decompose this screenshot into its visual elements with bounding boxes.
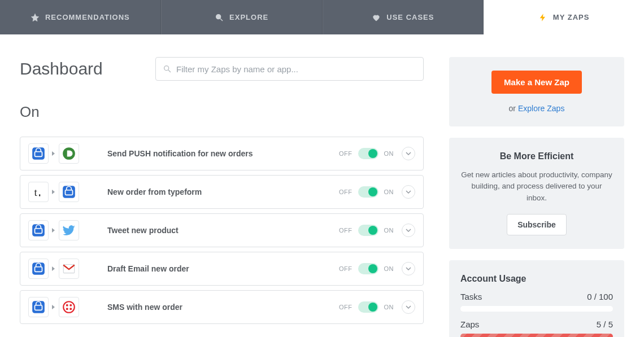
svg-point-21	[66, 308, 68, 310]
toggle-off-label: OFF	[339, 150, 353, 157]
tab-my-zaps[interactable]: MY ZAPS	[484, 0, 644, 34]
app-vendhq-icon	[59, 182, 79, 202]
svg-rect-4	[32, 147, 45, 160]
zap-row: Draft Email new orderOFFON	[20, 252, 424, 286]
app-twilio-icon	[59, 297, 79, 317]
usage-zaps-label: Zaps	[460, 320, 479, 329]
app-vendhq-icon	[28, 259, 49, 279]
svg-line-3	[168, 70, 171, 72]
side-column: Make a New Zap or Explore Zaps Be More E…	[449, 57, 624, 337]
usage-zaps-bar	[460, 334, 613, 337]
svg-point-2	[164, 66, 169, 71]
usage-panel: Account Usage Tasks 0 / 100 Zaps 5 / 5	[449, 260, 624, 337]
tab-use-cases[interactable]: USE CASES	[323, 0, 484, 34]
zap-menu-button[interactable]	[402, 300, 415, 314]
svg-rect-16	[32, 301, 45, 313]
explore-zaps-link[interactable]: Explore Zaps	[518, 104, 564, 113]
app-vendhq-icon	[28, 220, 49, 240]
svg-text:t: t	[34, 186, 37, 198]
zap-toggle[interactable]	[358, 225, 378, 236]
tab-recommendations[interactable]: RECOMMENDATIONS	[0, 0, 161, 34]
svg-rect-9	[63, 186, 75, 198]
toggle-off-label: OFF	[339, 227, 353, 234]
tab-label: RECOMMENDATIONS	[45, 13, 130, 21]
zap-row: Tweet new productOFFON	[20, 213, 424, 247]
svg-point-19	[66, 304, 68, 307]
filter-input[interactable]	[176, 64, 416, 74]
arrow-icon	[51, 302, 56, 312]
toggle-off-label: OFF	[339, 189, 353, 195]
svg-point-20	[69, 304, 72, 307]
zap-toggle[interactable]	[358, 186, 378, 198]
app-vendhq-icon	[28, 143, 49, 164]
usage-title: Account Usage	[460, 274, 613, 284]
star-icon	[31, 13, 40, 22]
zap-menu-button[interactable]	[402, 147, 415, 160]
svg-point-0	[216, 14, 221, 19]
subscribe-button[interactable]: Subscribe	[507, 214, 567, 235]
efficient-title: Be More Efficient	[460, 151, 613, 161]
filter-wrapper[interactable]	[155, 57, 424, 81]
cta-panel: Make a New Zap or Explore Zaps	[449, 57, 624, 126]
tab-label: MY ZAPS	[553, 13, 590, 21]
toggle-on-label: ON	[384, 304, 394, 310]
zap-name: New order from typeform	[107, 187, 339, 196]
search-icon	[215, 13, 224, 22]
svg-rect-11	[32, 224, 45, 237]
svg-rect-8	[39, 194, 40, 196]
app-gmail-icon	[59, 259, 79, 279]
search-icon	[163, 64, 172, 73]
arrow-icon	[51, 187, 56, 197]
zap-menu-button[interactable]	[402, 262, 415, 275]
toggle-on-label: ON	[384, 227, 394, 234]
efficient-panel: Be More Efficient Get new articles about…	[449, 138, 624, 249]
zap-toggle[interactable]	[358, 263, 378, 274]
svg-rect-13	[32, 262, 45, 275]
tab-label: EXPLORE	[229, 13, 268, 21]
main-column: Dashboard On Send PUSH notification for …	[20, 57, 424, 337]
usage-tasks-label: Tasks	[460, 292, 482, 301]
heart-icon	[372, 13, 381, 22]
app-pushbullet-icon	[59, 143, 79, 164]
cta-or: or Explore Zaps	[460, 104, 613, 113]
toggle-on-label: ON	[384, 189, 394, 195]
zap-name: Send PUSH notification for new orders	[107, 149, 339, 158]
make-new-zap-button[interactable]: Make a New Zap	[491, 71, 582, 94]
efficient-body: Get new articles about productivity, com…	[460, 169, 613, 204]
bolt-icon	[538, 13, 547, 22]
zap-list: Send PUSH notification for new ordersOFF…	[20, 137, 424, 324]
app-twitter-icon	[59, 220, 79, 240]
usage-tasks-bar	[460, 306, 613, 312]
tab-label: USE CASES	[386, 13, 434, 21]
zap-toggle[interactable]	[358, 301, 378, 313]
arrow-icon	[51, 225, 56, 235]
zap-menu-button[interactable]	[402, 224, 415, 237]
section-on-title: On	[20, 103, 424, 121]
zap-name: SMS with new order	[107, 303, 339, 312]
arrow-icon	[51, 264, 56, 274]
app-typeform-icon: t	[28, 182, 49, 202]
usage-tasks-value: 0 / 100	[587, 292, 613, 301]
toggle-on-label: ON	[384, 265, 394, 272]
toggle-on-label: ON	[384, 150, 394, 157]
zap-row: SMS with new orderOFFON	[20, 290, 424, 324]
zap-row: tNew order from typeformOFFON	[20, 175, 424, 209]
toggle-off-label: OFF	[339, 265, 353, 272]
zap-name: Draft Email new order	[107, 264, 339, 273]
zap-row: Send PUSH notification for new ordersOFF…	[20, 137, 424, 170]
toggle-off-label: OFF	[339, 304, 353, 310]
svg-point-18	[63, 301, 75, 313]
page-title: Dashboard	[20, 59, 155, 78]
tab-explore[interactable]: EXPLORE	[161, 0, 323, 34]
app-vendhq-icon	[28, 297, 49, 317]
usage-zaps-value: 5 / 5	[597, 320, 613, 329]
svg-line-1	[220, 19, 223, 21]
zap-toggle[interactable]	[358, 148, 378, 159]
zap-name: Tweet new product	[107, 226, 339, 235]
arrow-icon	[51, 148, 56, 159]
zap-menu-button[interactable]	[402, 185, 415, 199]
svg-point-22	[69, 308, 72, 310]
top-tabs: RECOMMENDATIONS EXPLORE USE CASES MY ZAP…	[0, 0, 644, 34]
